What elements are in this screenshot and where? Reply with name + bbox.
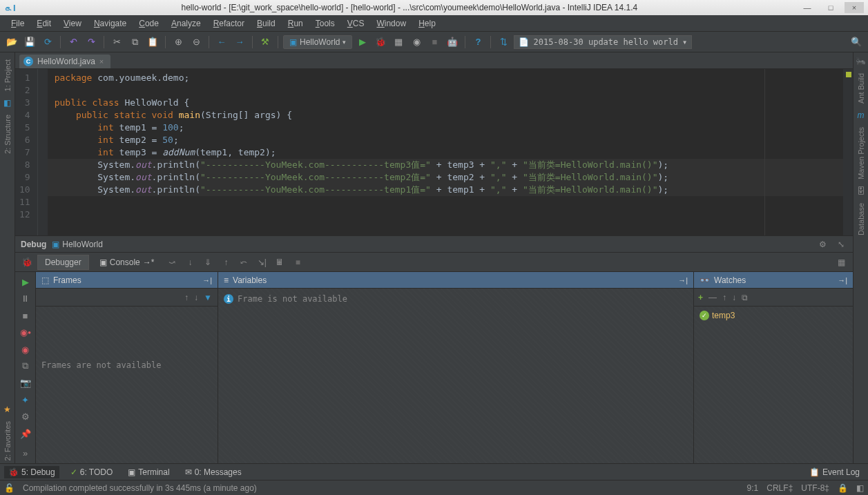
menu-navigate[interactable]: Navigate <box>88 17 132 30</box>
zoom-in-icon[interactable]: ⊕ <box>171 35 186 50</box>
watch-item[interactable]: ✓temp3 <box>700 311 847 320</box>
step-over-icon[interactable]: ⤻ <box>164 255 180 270</box>
tool-maven[interactable]: Maven Projects <box>857 124 865 182</box>
menu-refactor[interactable]: Refactor <box>208 17 250 30</box>
tool-project[interactable]: 1: Project <box>3 57 12 94</box>
code-line[interactable]: System.out.println("-----------YouMeek.c… <box>48 159 843 171</box>
next-frame-icon[interactable]: ↓ <box>194 293 198 302</box>
code-area[interactable]: package com.youmeek.demo; public class H… <box>48 69 843 235</box>
menu-tools[interactable]: Tools <box>310 17 340 30</box>
pin-icon[interactable]: 📌 <box>18 427 33 440</box>
menu-analyze[interactable]: Analyze <box>166 17 206 30</box>
code-line[interactable]: public static void main(String[] args) { <box>48 109 843 122</box>
code-line[interactable]: package com.youmeek.demo; <box>48 72 843 84</box>
code-line[interactable]: System.out.println("-----------YouMeek.c… <box>48 184 843 196</box>
run-config-select[interactable]: ▣ HelloWorld ▾ <box>283 35 352 49</box>
menu-help[interactable]: Help <box>413 17 441 30</box>
remove-watch-icon[interactable]: — <box>708 293 717 302</box>
build-icon[interactable]: ⚒ <box>258 35 273 50</box>
settings-icon[interactable]: ⚙ <box>816 240 829 249</box>
filter-icon[interactable]: ▼ <box>204 293 212 302</box>
forward-icon[interactable]: → <box>232 35 247 50</box>
tab-todo[interactable]: ✓ 6: TODO <box>66 466 117 478</box>
restore-layout-icon[interactable]: →| <box>202 276 212 284</box>
spark-icon[interactable]: ✦ <box>18 393 33 407</box>
close-button[interactable]: × <box>845 2 864 13</box>
move-up-icon[interactable]: ↑ <box>722 293 726 302</box>
settings-icon[interactable]: ⚙ <box>18 410 33 424</box>
redo-icon[interactable]: ↷ <box>84 35 99 50</box>
help-icon[interactable]: ? <box>470 35 485 50</box>
menu-edit[interactable]: Edit <box>31 17 57 30</box>
menu-window[interactable]: Window <box>371 17 412 30</box>
code-line[interactable] <box>48 208 843 221</box>
code-line[interactable]: int temp3 = addNum(temp1, temp2); <box>48 146 843 159</box>
move-down-icon[interactable]: ↓ <box>732 293 736 302</box>
code-line[interactable]: int temp1 = 100; <box>48 122 843 134</box>
back-icon[interactable]: ← <box>214 35 229 50</box>
minimize-button[interactable]: — <box>798 2 817 13</box>
camera-icon[interactable]: 📷 <box>18 376 33 390</box>
favorites-icon[interactable]: ★ <box>3 405 11 414</box>
code-line[interactable]: int temp2 = 50; <box>48 134 843 146</box>
database-icon[interactable]: 🗄 <box>857 186 865 196</box>
code-line[interactable]: System.out.println("-----------YouMeek.c… <box>48 171 843 184</box>
status-position[interactable]: 9:1 <box>747 483 759 493</box>
menu-view[interactable]: View <box>58 17 87 30</box>
tab-messages[interactable]: ✉ 0: Messages <box>181 466 246 478</box>
maven-icon[interactable]: m <box>858 110 865 120</box>
hide-icon[interactable]: ⤡ <box>835 240 847 249</box>
tool-structure[interactable]: 2: Structure <box>3 112 12 157</box>
close-icon[interactable]: × <box>99 57 104 66</box>
run-icon[interactable]: ▶ <box>355 35 370 50</box>
force-step-into-icon[interactable]: ⇓ <box>200 255 215 270</box>
stop-icon[interactable]: ■ <box>290 255 305 270</box>
status-lock-icon[interactable]: 🔓 <box>4 483 15 493</box>
debug-icon[interactable]: 🐞 <box>373 35 388 50</box>
prev-frame-icon[interactable]: ↑ <box>184 293 189 302</box>
drop-frame-icon[interactable]: ⤺ <box>236 255 251 270</box>
tool-favorites[interactable]: 2: Favorites <box>3 418 12 463</box>
code-line[interactable] <box>48 196 843 208</box>
threads-icon[interactable]: ⧉ <box>18 359 33 373</box>
status-encoding[interactable]: UTF-8‡ <box>801 483 829 493</box>
resume-icon[interactable]: ▶ <box>18 275 33 289</box>
stop-icon[interactable]: ■ <box>18 309 33 322</box>
ant-icon[interactable]: 🐜 <box>856 57 866 66</box>
sync-icon[interactable]: ⟳ <box>40 35 55 50</box>
status-indicator-icon[interactable]: ◧ <box>856 483 864 493</box>
tool-database[interactable]: Database <box>857 200 865 238</box>
cut-icon[interactable]: ✂ <box>109 35 124 50</box>
paste-icon[interactable]: 📋 <box>145 35 160 50</box>
editor-tab[interactable]: C HelloWorld.java × <box>19 55 110 68</box>
editor[interactable]: 123456789101112 package com.youmeek.demo… <box>15 69 853 235</box>
copy-icon[interactable]: ⧉ <box>127 35 142 50</box>
pause-icon[interactable]: ⏸ <box>18 291 33 305</box>
tab-terminal[interactable]: ▣ Terminal <box>124 466 173 478</box>
debug-config[interactable]: ▣ HelloWorld <box>52 240 102 249</box>
run-to-cursor-icon[interactable]: ↘| <box>254 255 269 270</box>
step-into-icon[interactable]: ↓ <box>182 255 197 270</box>
menu-vcs[interactable]: VCS <box>342 17 370 30</box>
watches-body[interactable]: ✓temp3 <box>694 307 853 463</box>
tool-ant[interactable]: Ant Build <box>857 70 865 106</box>
menu-code[interactable]: Code <box>133 17 164 30</box>
open-icon[interactable]: 📂 <box>4 35 19 50</box>
menu-build[interactable]: Build <box>251 17 281 30</box>
layout-icon[interactable]: ▦ <box>833 255 849 270</box>
tab-console[interactable]: ▣ Console →* <box>92 255 162 270</box>
project-icon[interactable]: ◧ <box>3 98 11 108</box>
more-icon[interactable]: » <box>18 447 33 460</box>
error-stripe[interactable] <box>843 69 853 235</box>
status-line-sep[interactable]: CRLF‡ <box>766 483 793 493</box>
restore-layout-icon[interactable]: →| <box>678 276 688 284</box>
coverage-icon[interactable]: ▦ <box>391 35 406 50</box>
stop-icon[interactable]: ■ <box>427 35 442 50</box>
breakpoints-icon[interactable]: ◉⦁ <box>18 325 33 339</box>
mute-breakpoints-icon[interactable]: ◉ <box>18 342 33 356</box>
tab-debugger[interactable]: Debugger <box>37 255 89 270</box>
vcs-update-icon[interactable]: ⇅ <box>496 35 511 50</box>
save-icon[interactable]: 💾 <box>22 35 37 50</box>
rerun-icon[interactable]: 🐞 <box>19 255 35 270</box>
zoom-out-icon[interactable]: ⊖ <box>189 35 204 50</box>
